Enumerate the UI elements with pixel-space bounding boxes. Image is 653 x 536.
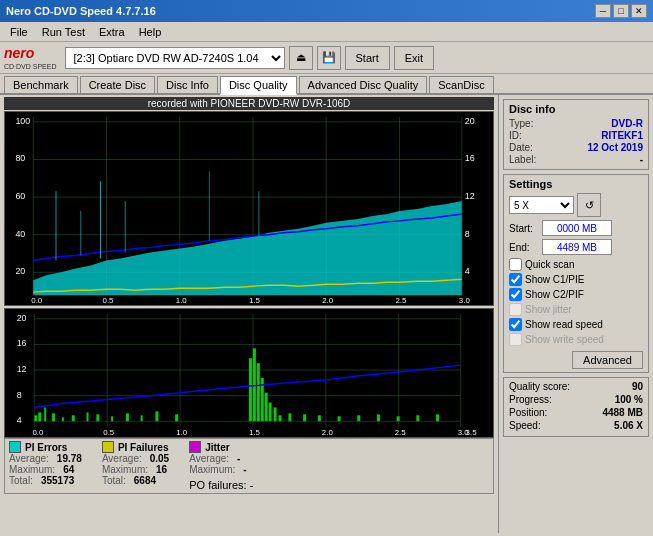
start-input[interactable]: [542, 220, 612, 236]
svg-text:16: 16: [465, 153, 475, 163]
svg-text:1.5: 1.5: [249, 428, 261, 437]
svg-text:100: 100: [15, 116, 30, 126]
close-button[interactable]: ✕: [631, 4, 647, 18]
svg-rect-64: [126, 413, 129, 421]
svg-text:2.5: 2.5: [395, 296, 407, 305]
svg-rect-66: [155, 411, 158, 421]
disc-type-key: Type:: [509, 118, 533, 129]
quality-score-label: Quality score:: [509, 381, 570, 392]
tab-benchmark[interactable]: Benchmark: [4, 76, 78, 93]
svg-rect-56: [38, 412, 41, 421]
svg-rect-65: [141, 415, 143, 421]
show-c2-row: Show C2/PIF: [509, 288, 643, 301]
start-label: Start:: [509, 223, 539, 234]
svg-rect-68: [249, 358, 252, 421]
show-jitter-checkbox: [509, 303, 522, 316]
tab-scan-disc[interactable]: ScanDisc: [429, 76, 493, 93]
eject-button[interactable]: ⏏: [289, 46, 313, 70]
svg-rect-75: [279, 415, 282, 421]
speed-selector[interactable]: 5 X: [509, 196, 574, 214]
nero-logo-text: nero: [4, 45, 57, 61]
svg-rect-77: [303, 414, 306, 421]
start-button[interactable]: Start: [345, 46, 390, 70]
show-write-speed-label: Show write speed: [525, 334, 604, 345]
svg-rect-83: [416, 415, 419, 421]
svg-rect-74: [274, 407, 277, 421]
legend-pi-errors: PI Errors Average: 19.78 Maximum: 64 Tot…: [9, 441, 82, 491]
nero-logo: nero CD·DVD SPEED: [4, 45, 57, 70]
drive-selector[interactable]: [2:3] Optiarc DVD RW AD-7240S 1.04: [65, 47, 285, 69]
maximize-button[interactable]: □: [613, 4, 629, 18]
tab-disc-info[interactable]: Disc Info: [157, 76, 218, 93]
refresh-speed-button[interactable]: ↺: [577, 193, 601, 217]
pi-errors-total-label: Total:: [9, 475, 33, 486]
chart-title: recorded with PIONEER DVD-RW DVR-106D: [4, 97, 494, 110]
pi-failures-max-label: Maximum:: [102, 464, 148, 475]
save-button[interactable]: 💾: [317, 46, 341, 70]
disc-type-val: DVD-R: [611, 118, 643, 129]
nero-subtitle: CD·DVD SPEED: [4, 63, 57, 70]
svg-rect-82: [397, 416, 400, 421]
menu-help[interactable]: Help: [133, 24, 168, 40]
svg-rect-73: [269, 403, 272, 422]
pi-failures-avg-val: 0.05: [150, 453, 169, 464]
menu-file[interactable]: File: [4, 24, 34, 40]
svg-text:2.0: 2.0: [322, 296, 334, 305]
disc-date-key: Date:: [509, 142, 533, 153]
svg-rect-55: [34, 415, 37, 421]
end-row: End:: [509, 239, 643, 255]
pi-failures-total-val: 6684: [134, 475, 156, 486]
show-c1-checkbox[interactable]: [509, 273, 522, 286]
disc-label-key: Label:: [509, 154, 536, 165]
speed-label: Speed:: [509, 420, 541, 431]
advanced-button[interactable]: Advanced: [572, 351, 643, 369]
svg-rect-69: [253, 348, 256, 421]
svg-text:12: 12: [465, 191, 475, 201]
jitter-max-label: Maximum:: [189, 464, 235, 475]
start-row: Start:: [509, 220, 643, 236]
svg-text:4: 4: [465, 266, 470, 276]
tab-advanced-disc-quality[interactable]: Advanced Disc Quality: [299, 76, 428, 93]
po-failures-label: PO failures:: [189, 479, 246, 491]
disc-info-panel: Disc info Type: DVD-R ID: RITEKF1 Date: …: [503, 99, 649, 170]
show-read-speed-row: Show read speed: [509, 318, 643, 331]
disc-id-val: RITEKF1: [601, 130, 643, 141]
svg-text:1.5: 1.5: [249, 296, 261, 305]
show-c2-checkbox[interactable]: [509, 288, 522, 301]
upper-chart: 100 80 60 40 20 20 16 12 8 4: [4, 111, 494, 306]
pi-errors-avg-val: 19.78: [57, 453, 82, 464]
svg-text:20: 20: [465, 116, 475, 126]
end-label: End:: [509, 242, 539, 253]
pi-failures-avg-label: Average:: [102, 453, 142, 464]
quick-scan-checkbox[interactable]: [509, 258, 522, 271]
disc-date-row: Date: 12 Oct 2019: [509, 142, 643, 153]
tab-disc-quality[interactable]: Disc Quality: [220, 76, 297, 95]
svg-rect-76: [288, 413, 291, 421]
jitter-max-val: -: [243, 464, 246, 475]
jitter-avg-val: -: [237, 453, 240, 464]
svg-rect-62: [96, 414, 99, 421]
svg-text:4: 4: [17, 415, 22, 425]
menu-extra[interactable]: Extra: [93, 24, 131, 40]
svg-text:16: 16: [17, 338, 27, 348]
tab-create-disc[interactable]: Create Disc: [80, 76, 155, 93]
svg-text:3.0: 3.0: [459, 296, 471, 305]
end-input[interactable]: [542, 239, 612, 255]
svg-text:40: 40: [15, 229, 25, 239]
legend-pi-failures: PI Failures Average: 0.05 Maximum: 16 To…: [102, 441, 169, 491]
pi-failures-label: PI Failures: [118, 442, 169, 453]
svg-text:8: 8: [17, 390, 22, 400]
menu-run-test[interactable]: Run Test: [36, 24, 91, 40]
show-c1-row: Show C1/PIE: [509, 273, 643, 286]
svg-text:20: 20: [17, 313, 27, 323]
tab-bar: Benchmark Create Disc Disc Info Disc Qua…: [0, 74, 653, 95]
svg-text:60: 60: [15, 191, 25, 201]
show-read-speed-checkbox[interactable]: [509, 318, 522, 331]
pi-failures-total-label: Total:: [102, 475, 126, 486]
settings-panel: Settings 5 X ↺ Start: End: Quick scan: [503, 174, 649, 373]
exit-button[interactable]: Exit: [394, 46, 434, 70]
speed-row: Speed: 5.06 X: [509, 420, 643, 431]
show-jitter-row: Show jitter: [509, 303, 643, 316]
quick-scan-label: Quick scan: [525, 259, 574, 270]
minimize-button[interactable]: ─: [595, 4, 611, 18]
